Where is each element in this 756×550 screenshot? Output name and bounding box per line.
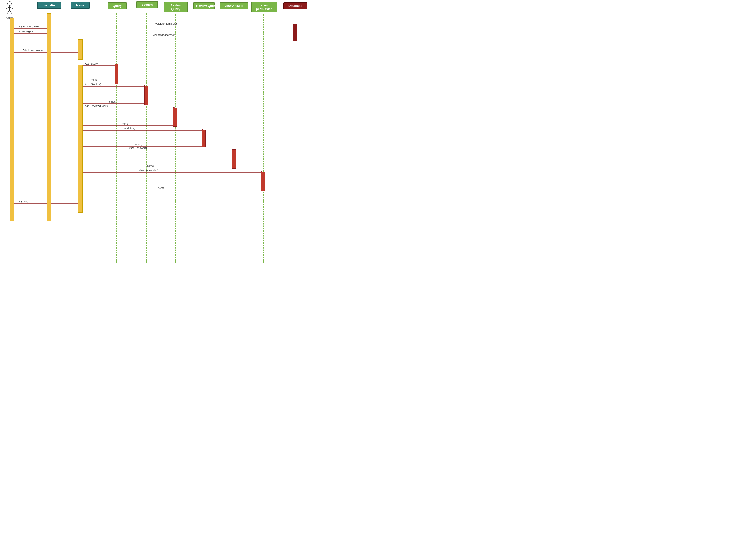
svg-text:view _answer(): view _answer() [129, 147, 147, 149]
svg-text:Add_Section(): Add_Section() [85, 83, 102, 86]
svg-text:home(): home() [122, 122, 130, 125]
review-query-activation [173, 108, 177, 127]
lifeline-website: website [37, 2, 61, 9]
sequence-diagram: Admin website home Query Section ReviewQ… [0, 0, 378, 275]
svg-text:Admin successful: Admin successful [23, 49, 43, 52]
svg-text:valdiate(name,pwd): valdiate(name,pwd) [155, 22, 178, 25]
svg-text:add_Reviewquery(): add_Reviewquery() [85, 105, 108, 107]
updates-activation [202, 130, 206, 148]
svg-text:home(): home() [134, 143, 142, 146]
database-activation-top [293, 24, 297, 41]
svg-text:home(): home() [158, 187, 166, 189]
home-lifeline-bar [78, 39, 83, 60]
home-lifeline-bar2 [78, 65, 83, 213]
svg-text:home(): home() [108, 100, 116, 103]
actor-lifeline-bar [10, 18, 14, 221]
section-activation [144, 86, 148, 105]
lifeline-updates: Review Query [193, 2, 215, 9]
svg-text:Acknowledgemnet: Acknowledgemnet [153, 33, 175, 36]
svg-text:view permission): view permission) [139, 169, 158, 172]
svg-text:«message»: «message» [19, 30, 33, 33]
lifeline-database: Database [283, 2, 307, 9]
query-activation [115, 64, 118, 84]
svg-text:logout(): logout() [19, 200, 28, 203]
view-answer-activation [232, 149, 236, 169]
lifeline-section: Section [136, 1, 158, 8]
lifeline-query: Query [108, 2, 127, 9]
arrows-layer: login(name,pwd) valdiate(name,pwd) Ackno… [0, 0, 378, 275]
lifeline-view-answer: View Answer [220, 2, 248, 9]
lifeline-home: home [71, 2, 90, 9]
svg-text:home(): home() [91, 78, 99, 81]
website-lifeline-bar [47, 13, 51, 221]
svg-text:home(): home() [147, 165, 155, 167]
lifeline-view-permission: viewpermission [251, 2, 277, 12]
svg-text:login(name,pwd): login(name,pwd) [19, 25, 39, 28]
svg-text:Add_query(): Add_query() [85, 62, 99, 65]
lifeline-review-query: ReviewQuery [164, 2, 188, 12]
svg-text:updates(): updates() [124, 127, 135, 130]
view-permission-activation [261, 172, 265, 191]
